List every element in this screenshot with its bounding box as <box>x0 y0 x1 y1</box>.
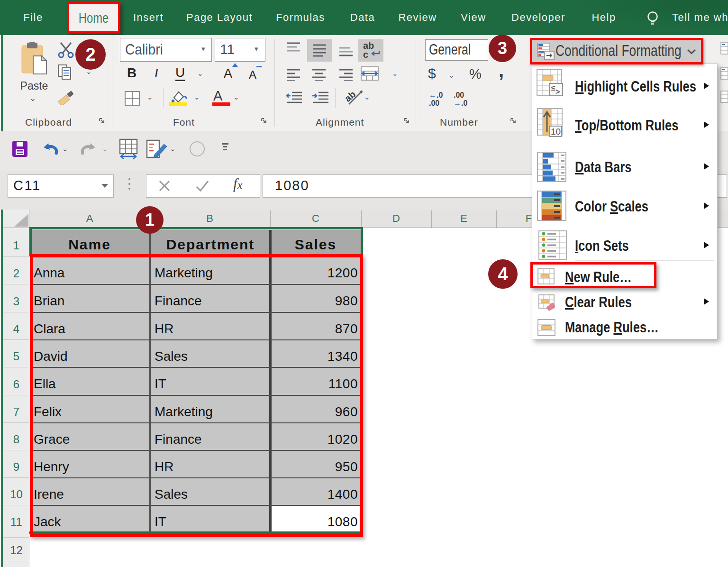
svg-text:>: > <box>555 88 560 96</box>
svg-text:≤: ≤ <box>551 84 555 92</box>
svg-text:10: 10 <box>551 127 561 137</box>
